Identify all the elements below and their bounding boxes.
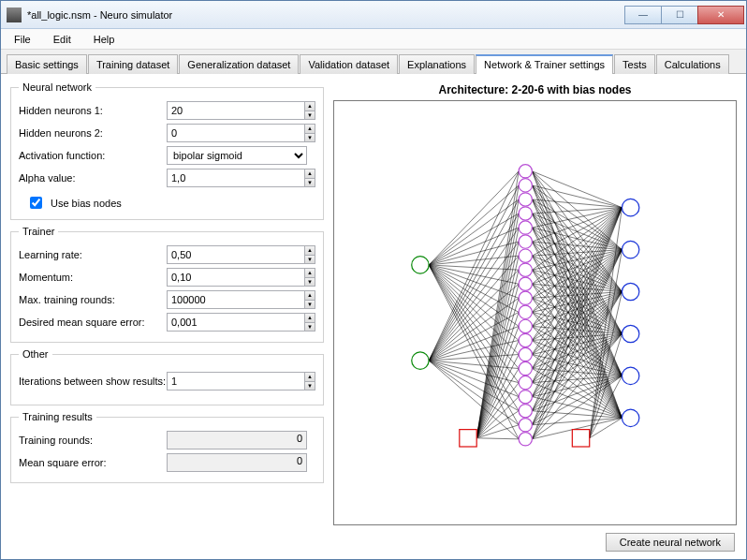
max-up[interactable]: ▲ <box>305 290 315 300</box>
app-icon <box>7 7 22 22</box>
svg-point-195 <box>519 263 532 276</box>
tab-calculations[interactable]: Calculations <box>656 54 729 74</box>
tab-training-dataset[interactable]: Training dataset <box>88 54 178 74</box>
svg-point-196 <box>519 277 532 290</box>
svg-point-194 <box>519 249 532 262</box>
svg-point-209 <box>622 241 638 258</box>
svg-line-102 <box>532 208 622 271</box>
bias-checkbox[interactable] <box>30 197 42 209</box>
menu-edit[interactable]: Edit <box>48 32 77 47</box>
network-diagram <box>333 100 737 525</box>
svg-point-197 <box>519 291 532 304</box>
svg-line-59 <box>476 438 519 439</box>
hidden1-input[interactable] <box>167 101 305 120</box>
svg-rect-215 <box>572 430 589 447</box>
svg-point-190 <box>519 193 532 206</box>
svg-line-138 <box>532 208 622 355</box>
neural-network-group: Neural network Hidden neurons 1: ▲▼ Hidd… <box>10 81 324 220</box>
iter-up[interactable]: ▲ <box>305 372 315 381</box>
app-window: *all_logic.nsm - Neuro simulator — ☐ ✕ F… <box>0 0 747 560</box>
tab-generalization-dataset[interactable]: Generalization dataset <box>179 54 299 74</box>
iter-down[interactable]: ▼ <box>305 381 315 391</box>
svg-point-207 <box>519 433 532 446</box>
svg-point-199 <box>519 319 532 332</box>
svg-line-150 <box>532 208 622 383</box>
lr-down[interactable]: ▼ <box>305 255 315 265</box>
desired-mse-input[interactable] <box>167 313 305 332</box>
other-legend: Other <box>19 348 52 360</box>
activation-select[interactable]: bipolar sigmoid <box>167 146 307 165</box>
mom-up[interactable]: ▲ <box>305 268 315 277</box>
close-button[interactable]: ✕ <box>697 6 744 24</box>
svg-line-39 <box>429 361 519 439</box>
training-rounds-label: Training rounds: <box>19 435 167 446</box>
menu-file[interactable]: File <box>8 32 37 47</box>
hidden2-down[interactable]: ▼ <box>305 133 315 143</box>
svg-line-185 <box>590 418 622 437</box>
svg-line-44 <box>476 228 519 438</box>
alpha-input[interactable] <box>167 169 305 187</box>
hidden2-up[interactable]: ▲ <box>305 124 315 133</box>
training-results-group: Training results Training rounds: 0 Mean… <box>10 411 324 483</box>
visualization-panel: Architecture: 2-20-6 with bias nodes Cre… <box>333 81 737 552</box>
svg-line-120 <box>532 208 622 313</box>
svg-line-8 <box>429 265 519 284</box>
max-rounds-input[interactable] <box>167 290 305 309</box>
desired-mse-label: Desired mean square error: <box>19 317 167 328</box>
svg-line-0 <box>429 171 519 265</box>
tab-explanations[interactable]: Explanations <box>399 54 475 74</box>
max-rounds-label: Max. training rounds: <box>19 294 167 305</box>
activation-label: Activation function: <box>19 150 167 161</box>
alpha-down[interactable]: ▼ <box>305 178 315 188</box>
result-mse-label: Mean square error: <box>19 457 167 468</box>
minimize-button[interactable]: — <box>624 6 662 24</box>
iterations-label: Iterations between show results: <box>19 376 167 387</box>
svg-point-191 <box>519 207 532 220</box>
svg-point-198 <box>519 305 532 318</box>
tab-network-trainer-settings[interactable]: Network & Trainer settings <box>476 54 613 74</box>
svg-point-208 <box>622 199 638 215</box>
svg-line-50 <box>476 312 519 437</box>
svg-point-210 <box>622 283 638 300</box>
trainer-legend: Trainer <box>19 226 58 237</box>
learning-rate-label: Learning rate: <box>19 249 167 260</box>
mse-up[interactable]: ▲ <box>305 313 315 322</box>
svg-line-172 <box>532 376 622 424</box>
mse-down[interactable]: ▼ <box>305 322 315 332</box>
hidden2-label: Hidden neurons 2: <box>19 127 167 139</box>
max-down[interactable]: ▼ <box>305 300 315 310</box>
momentum-input[interactable] <box>167 268 305 287</box>
menu-help[interactable]: Help <box>88 32 121 47</box>
hidden1-down[interactable]: ▼ <box>305 111 315 121</box>
svg-line-37 <box>429 361 519 411</box>
lr-up[interactable]: ▲ <box>305 245 315 255</box>
mom-down[interactable]: ▼ <box>305 277 315 287</box>
learning-rate-input[interactable] <box>167 245 305 264</box>
svg-line-38 <box>429 361 519 425</box>
svg-line-66 <box>532 185 622 208</box>
svg-point-200 <box>519 333 532 346</box>
neural-network-legend: Neural network <box>19 81 95 93</box>
svg-line-173 <box>532 418 622 424</box>
hidden1-label: Hidden neurons 1: <box>19 105 167 116</box>
svg-point-205 <box>519 405 532 418</box>
svg-line-21 <box>429 185 519 361</box>
alpha-up[interactable]: ▲ <box>305 169 315 178</box>
svg-point-211 <box>622 325 638 342</box>
svg-point-186 <box>412 257 429 273</box>
create-neural-network-button[interactable]: Create neural network <box>606 533 735 552</box>
maximize-button[interactable]: ☐ <box>661 6 698 24</box>
iterations-input[interactable] <box>167 372 305 391</box>
window-controls: — ☐ ✕ <box>625 6 744 24</box>
tab-tests[interactable]: Tests <box>614 54 655 74</box>
hidden2-input[interactable] <box>167 124 305 142</box>
svg-line-171 <box>532 333 622 424</box>
svg-line-165 <box>532 333 622 410</box>
tab-basic-settings[interactable]: Basic settings <box>7 54 87 74</box>
tab-validation-dataset[interactable]: Validation dataset <box>300 54 398 74</box>
svg-line-169 <box>532 250 622 425</box>
svg-line-2 <box>429 199 519 265</box>
svg-line-58 <box>476 425 519 438</box>
hidden1-up[interactable]: ▲ <box>305 101 315 111</box>
tab-content: Neural network Hidden neurons 1: ▲▼ Hidd… <box>1 74 746 559</box>
